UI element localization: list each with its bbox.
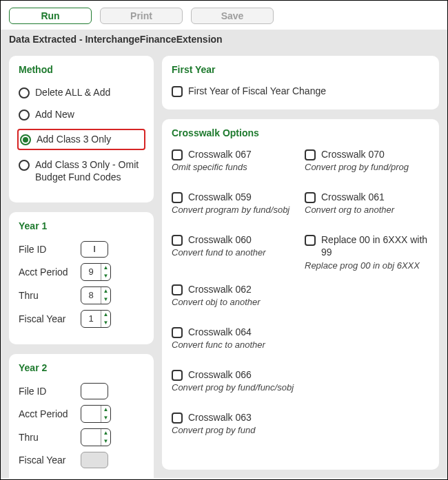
first-year-card: First Year First Year of Fiscal Year Cha… (162, 56, 439, 109)
crosswalk-item: Crosswalk 060Convert fund to another (172, 233, 296, 270)
spin-down-icon[interactable]: ▼ (101, 414, 110, 422)
method-option[interactable]: Add New (19, 107, 144, 122)
crosswalk-item: Crosswalk 064Convert func to another (172, 326, 296, 356)
year1-fy-spin[interactable]: 1 ▲ ▼ (81, 310, 111, 328)
method-option[interactable]: Delete ALL & Add (19, 85, 144, 100)
crosswalk-subtext: Convert fund to another (172, 247, 296, 258)
crosswalk-subtext: Convert obj to another (172, 297, 296, 307)
crosswalk-subtext: Convert program by fund/sobj (172, 205, 296, 215)
method-header: Method (19, 64, 144, 75)
spin-up-icon[interactable]: ▲ (101, 406, 110, 414)
method-option[interactable]: Add Class 3 Only - Omit Budget Fund Code… (19, 157, 144, 185)
print-button: Print (100, 8, 183, 24)
crosswalk-label: Crosswalk 059 (188, 191, 252, 203)
crosswalk-label: Crosswalk 066 (188, 368, 252, 381)
crosswalk-label: Crosswalk 061 (321, 191, 385, 203)
year2-header: Year 2 (19, 362, 144, 373)
crosswalk-item: Crosswalk 061Convert org to another (305, 191, 429, 221)
crosswalk-card: Crosswalk Options Crosswalk 067Omit spec… (162, 119, 439, 470)
crosswalk-checkbox[interactable] (172, 192, 183, 203)
year1-fileid-input[interactable] (81, 241, 108, 258)
crosswalk-item (305, 326, 429, 356)
crosswalk-subtext: Convert prog by fund/func/sobj (172, 382, 296, 393)
crosswalk-item: Replace 00 in 6XXX with 99Replace prog 0… (305, 233, 429, 270)
crosswalk-item (305, 368, 429, 399)
crosswalk-checkbox[interactable] (305, 192, 316, 203)
crosswalk-item: Crosswalk 066Convert prog by fund/func/s… (172, 368, 296, 399)
year1-fy-label: Fiscal Year (19, 313, 74, 324)
crosswalk-subtext: Convert func to another (172, 340, 296, 350)
method-option-label: Add Class 3 Only (37, 133, 111, 145)
crosswalk-label: Crosswalk 060 (188, 233, 252, 246)
crosswalk-item: Crosswalk 063Convert prog by fund (172, 411, 296, 441)
spin-down-icon[interactable]: ▼ (101, 319, 110, 327)
crosswalk-item: Crosswalk 062Convert obj to another (172, 283, 296, 313)
year2-fileid-label: File ID (19, 386, 74, 397)
year1-acct-label: Acct Period (19, 267, 74, 278)
crosswalk-label: Crosswalk 064 (188, 326, 252, 338)
crosswalk-header: Crosswalk Options (172, 127, 429, 138)
crosswalk-item: Crosswalk 070Convert prog by fund/prog (305, 148, 429, 178)
crosswalk-item: Crosswalk 059Convert program by fund/sob… (172, 191, 296, 221)
year2-fileid-input[interactable] (81, 383, 108, 399)
year2-fy-label: Fiscal Year (19, 455, 74, 466)
crosswalk-checkbox[interactable] (172, 413, 183, 424)
crosswalk-item: Crosswalk 067Omit specific funds (172, 148, 296, 178)
crosswalk-checkbox[interactable] (172, 235, 183, 246)
method-option-label: Add New (35, 108, 74, 121)
crosswalk-subtext: Convert prog by fund (172, 425, 296, 435)
spin-down-icon[interactable]: ▼ (101, 295, 110, 304)
first-year-label: First Year of Fiscal Year Change (188, 85, 326, 97)
crosswalk-item (305, 411, 429, 441)
method-card: Method Delete ALL & AddAdd NewAdd Class … (9, 56, 154, 202)
app-frame: Run Print Save Data Extracted - Intercha… (0, 0, 448, 480)
spin-up-icon[interactable]: ▲ (101, 311, 110, 319)
year1-header: Year 1 (19, 220, 144, 231)
year2-card: Year 2 File ID Acct Period ▲ ▼ (9, 354, 154, 480)
year2-fy-input (81, 452, 108, 468)
first-year-checkbox[interactable] (172, 86, 183, 97)
radio-icon[interactable] (19, 109, 30, 121)
crosswalk-label: Crosswalk 063 (188, 411, 252, 424)
method-option[interactable]: Add Class 3 Only (17, 129, 145, 149)
crosswalk-subtext: Convert prog by fund/prog (305, 162, 429, 172)
spin-up-icon[interactable]: ▲ (101, 429, 110, 437)
spin-down-icon[interactable]: ▼ (101, 272, 110, 280)
crosswalk-checkbox[interactable] (305, 235, 316, 246)
year2-acct-label: Acct Period (19, 408, 74, 419)
method-option-label: Delete ALL & Add (35, 86, 110, 98)
first-year-header: First Year (172, 64, 429, 75)
crosswalk-label: Crosswalk 062 (188, 283, 252, 295)
crosswalk-subtext: Omit specific funds (172, 162, 296, 172)
radio-icon[interactable] (20, 134, 31, 145)
content-area: Method Delete ALL & AddAdd NewAdd Class … (1, 49, 447, 478)
toolbar: Run Print Save (1, 1, 447, 30)
crosswalk-subtext: Replace prog 00 in obj 6XXX (305, 260, 429, 271)
year2-thru-spin[interactable]: ▲ ▼ (81, 428, 111, 446)
save-button: Save (191, 8, 274, 24)
crosswalk-checkbox[interactable] (172, 370, 183, 381)
year1-thru-spin[interactable]: 8 ▲ ▼ (81, 286, 111, 304)
spin-up-icon[interactable]: ▲ (101, 264, 110, 272)
year2-acct-spin[interactable]: ▲ ▼ (81, 405, 111, 423)
year1-card: Year 1 File ID Acct Period 9 ▲ ▼ (9, 212, 154, 344)
year2-thru-label: Thru (19, 432, 74, 443)
year1-fileid-label: File ID (19, 244, 74, 255)
spin-down-icon[interactable]: ▼ (101, 437, 110, 446)
crosswalk-subtext: Convert org to another (305, 205, 429, 215)
crosswalk-checkbox[interactable] (172, 327, 183, 338)
radio-icon[interactable] (19, 87, 30, 98)
run-button[interactable]: Run (9, 8, 92, 24)
crosswalk-label: Crosswalk 067 (188, 148, 252, 160)
crosswalk-checkbox[interactable] (172, 284, 183, 295)
year1-acct-spin[interactable]: 9 ▲ ▼ (81, 263, 111, 281)
crosswalk-item (305, 283, 429, 313)
radio-icon[interactable] (19, 160, 30, 171)
crosswalk-label: Crosswalk 070 (321, 148, 385, 160)
method-option-label: Add Class 3 Only - Omit Budget Fund Code… (35, 158, 144, 183)
year1-thru-label: Thru (19, 290, 74, 301)
crosswalk-checkbox[interactable] (305, 149, 316, 160)
page-title: Data Extracted - InterchangeFinanceExten… (1, 30, 447, 49)
crosswalk-checkbox[interactable] (172, 149, 183, 160)
spin-up-icon[interactable]: ▲ (101, 287, 110, 295)
